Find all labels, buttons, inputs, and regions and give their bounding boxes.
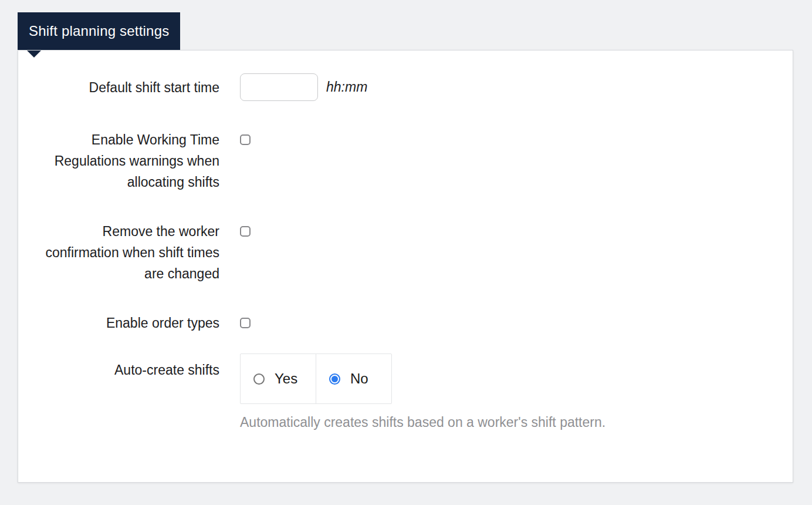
tab-pointer [27, 51, 41, 58]
field-label-remove-worker-confirmation: Remove the worker confirmation when shif… [33, 221, 219, 284]
panel-title-tab: Shift planning settings [18, 12, 180, 50]
field-label-wtr-warnings: Enable Working Time Regulations warnings… [33, 129, 219, 193]
enable-order-types-checkbox[interactable] [240, 318, 251, 328]
radio-selected-icon [329, 373, 340, 385]
radio-option-no-label: No [350, 371, 368, 387]
field-label-default-shift-start-time: Default shift start time [33, 77, 219, 98]
form-row-default-shift-start-time: Default shift start time hh:mm [33, 73, 793, 101]
control-default-shift-start-time: hh:mm [240, 73, 367, 101]
form-row-remove-worker-confirmation: Remove the worker confirmation when shif… [33, 221, 793, 284]
control-auto-create-shifts: Yes No Automatically creates shifts base… [240, 354, 605, 430]
field-label-enable-order-types: Enable order types [33, 312, 219, 334]
settings-card: Default shift start time hh:mm Enable Wo… [18, 50, 793, 483]
radio-unselected-icon [253, 373, 265, 385]
field-label-auto-create-shifts: Auto-create shifts [33, 354, 219, 381]
radio-option-no[interactable]: No [316, 354, 391, 403]
wtr-warnings-checkbox[interactable] [240, 134, 251, 145]
radio-option-yes[interactable]: Yes [241, 354, 316, 403]
remove-worker-confirmation-checkbox[interactable] [240, 226, 251, 237]
auto-create-shifts-radio-group: Yes No [240, 354, 392, 404]
form-row-enable-order-types: Enable order types [33, 312, 793, 334]
control-wtr-warnings [240, 129, 251, 145]
control-remove-worker-confirmation [240, 221, 251, 237]
field-help-text: Automatically creates shifts based on a … [240, 414, 605, 430]
radio-option-yes-label: Yes [275, 371, 297, 387]
time-format-hint: hh:mm [326, 79, 367, 95]
form-row-wtr-warnings: Enable Working Time Regulations warnings… [33, 129, 793, 193]
form-row-auto-create-shifts: Auto-create shifts Yes No Automatically … [33, 354, 793, 430]
default-shift-start-time-input[interactable] [240, 73, 318, 101]
panel-title: Shift planning settings [29, 23, 169, 39]
control-enable-order-types [240, 312, 251, 328]
